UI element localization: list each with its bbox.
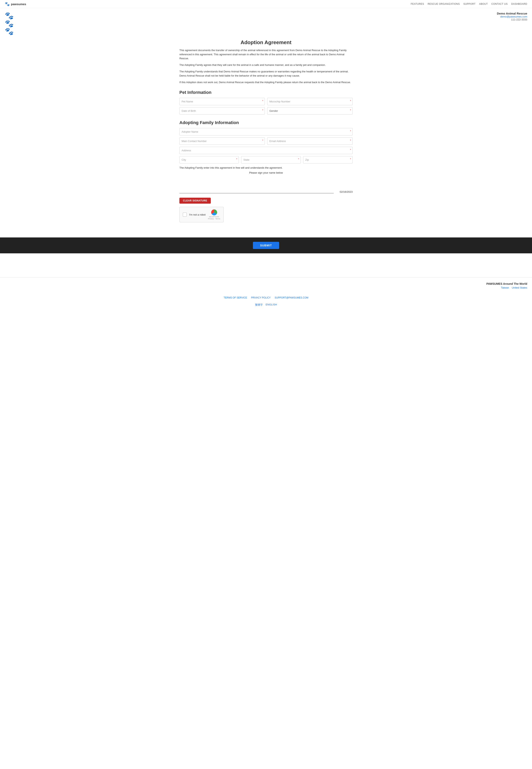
microchip-group: * bbox=[267, 98, 353, 105]
nav-features[interactable]: FEATURES bbox=[411, 3, 424, 5]
dob-group: * bbox=[179, 107, 265, 114]
adopter-name-input[interactable] bbox=[179, 128, 353, 135]
recaptcha-label: I'm not a robot bbox=[189, 213, 206, 216]
pet-row-1: * * bbox=[179, 98, 353, 105]
nav-rescue-orgs[interactable]: RESCUE ORGANIZATIONS bbox=[428, 3, 460, 5]
zip-input[interactable] bbox=[303, 156, 353, 163]
logo-large: 🐾🐾🐾 bbox=[5, 12, 14, 35]
footer-regions: Taiwan United States bbox=[501, 286, 527, 289]
signature-date: 02/16/2023 bbox=[340, 190, 353, 193]
recaptcha-widget[interactable]: I'm not a robot reCAPTCHA Privacy - Term… bbox=[179, 207, 224, 222]
adopter-name-group: * bbox=[179, 128, 353, 135]
family-row-2: * * bbox=[179, 137, 353, 145]
zip-group: * bbox=[303, 156, 353, 163]
agreement-body: This agreement documents the transfer of… bbox=[179, 48, 353, 84]
family-row-3: * bbox=[179, 147, 353, 154]
agreement-para-2: The Adopting Family agrees that they wil… bbox=[179, 63, 353, 67]
family-section-heading: Adopting Family Information bbox=[179, 120, 353, 125]
footer-region-taiwan[interactable]: Taiwan bbox=[501, 286, 509, 289]
org-info: Demo Animal Rescue demo@pawsumes.com 111… bbox=[497, 12, 527, 21]
signature-area: 02/16/2023 bbox=[179, 177, 353, 195]
nav-dashboard[interactable]: DASHBOARD bbox=[511, 3, 527, 5]
pet-name-group: * bbox=[179, 98, 265, 105]
gender-select[interactable]: Gender Male Female Unknown bbox=[267, 107, 353, 114]
state-input[interactable] bbox=[241, 156, 301, 163]
footer-lang-zh[interactable]: 繁體字 bbox=[255, 303, 263, 307]
nav-links: FEATURES RESCUE ORGANIZATIONS SUPPORT AB… bbox=[411, 3, 527, 5]
nav-contact[interactable]: CONTACT US bbox=[491, 3, 508, 5]
family-row-1: * bbox=[179, 128, 353, 135]
org-name: Demo Animal Rescue bbox=[497, 12, 527, 15]
nav-about[interactable]: ABOUT bbox=[479, 3, 488, 5]
footer-main: PAWSUMES Around The World Taiwan United … bbox=[0, 277, 532, 294]
contact-input[interactable] bbox=[179, 137, 265, 145]
agreement-title: Adoption Agreement bbox=[179, 39, 353, 45]
microchip-input[interactable] bbox=[267, 98, 353, 105]
family-row-4: * * * bbox=[179, 156, 353, 163]
agreement-para-3: The Adopting Family understands that Dem… bbox=[179, 70, 353, 78]
email-group: * bbox=[267, 137, 353, 145]
spacer bbox=[0, 253, 532, 277]
email-input[interactable] bbox=[267, 137, 353, 145]
sign-label: Please sign your name below bbox=[179, 171, 353, 174]
recaptcha-checkbox[interactable] bbox=[183, 213, 187, 217]
signature-canvas[interactable] bbox=[179, 177, 334, 193]
brand[interactable]: 🐾 pawsumes bbox=[5, 2, 26, 6]
footer-support-email[interactable]: SUPPORT@PAWSUMES.COM bbox=[275, 296, 308, 299]
footer-lang-en[interactable]: ENGLISH bbox=[266, 303, 277, 307]
agreement-para-4: If this Adoption does not work out, Demo… bbox=[179, 80, 353, 84]
state-group: * bbox=[241, 156, 301, 163]
footer-lang: 繁體字 ENGLISH bbox=[0, 302, 532, 308]
footer-privacy[interactable]: PRIVACY POLICY bbox=[251, 296, 271, 299]
clear-signature-button[interactable]: CLEAR SIGNATURE bbox=[179, 198, 211, 204]
address-input[interactable] bbox=[179, 147, 353, 154]
nav-support[interactable]: SUPPORT bbox=[463, 3, 475, 5]
page-header: 🐾🐾🐾 Demo Animal Rescue demo@pawsumes.com… bbox=[0, 8, 532, 35]
submit-footer: SUBMIT bbox=[0, 238, 532, 253]
submit-button[interactable]: SUBMIT bbox=[253, 242, 279, 249]
clear-btn-row: CLEAR SIGNATURE bbox=[179, 198, 353, 204]
recaptcha-logo: reCAPTCHA Privacy - Terms bbox=[208, 210, 220, 220]
footer-tos[interactable]: TERMS OF SERVICE bbox=[224, 296, 247, 299]
agreement-para-1: This agreement documents the transfer of… bbox=[179, 48, 353, 61]
navbar: 🐾 pawsumes FEATURES RESCUE ORGANIZATIONS… bbox=[0, 0, 532, 8]
signature-section: Please sign your name below 02/16/2023 C… bbox=[179, 171, 353, 204]
contact-group: * bbox=[179, 137, 265, 145]
pet-section-heading: Pet Information bbox=[179, 90, 353, 95]
org-phone: 111-222-3333 bbox=[497, 18, 527, 21]
pet-name-input[interactable] bbox=[179, 98, 265, 105]
recaptcha-subtext: Privacy - Terms bbox=[208, 218, 220, 220]
recaptcha-icon bbox=[211, 210, 217, 216]
city-input[interactable] bbox=[179, 156, 239, 163]
footer-pawsumes-label: PAWSUMES Around The World bbox=[486, 282, 527, 285]
footer-region-us[interactable]: United States bbox=[512, 286, 527, 289]
paw-logo: 🐾 bbox=[5, 2, 10, 6]
brand-name[interactable]: pawsumes bbox=[11, 2, 26, 6]
footer-links: TERMS OF SERVICE PRIVACY POLICY SUPPORT@… bbox=[0, 294, 532, 302]
dob-input[interactable] bbox=[179, 107, 265, 114]
pet-row-2: * Gender Male Female Unknown * bbox=[179, 107, 353, 114]
gender-group: Gender Male Female Unknown * bbox=[267, 107, 353, 114]
main-content: Adoption Agreement This agreement docume… bbox=[175, 39, 357, 234]
paw-icon-1: 🐾 bbox=[5, 2, 10, 6]
address-group: * bbox=[179, 147, 353, 154]
free-will-text: The Adopting Family enter into this agre… bbox=[179, 166, 353, 169]
recaptcha-brand: reCAPTCHA bbox=[209, 216, 219, 218]
city-group: * bbox=[179, 156, 239, 163]
org-email[interactable]: demo@pawsumes.com bbox=[497, 15, 527, 18]
